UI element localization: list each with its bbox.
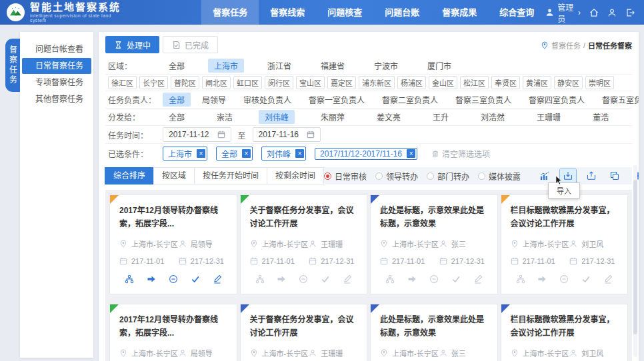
assignee-option-8[interactable]: 董浩: [587, 110, 615, 124]
suspend-icon[interactable]: [429, 274, 439, 284]
suspend-icon[interactable]: [299, 274, 308, 284]
distribute-icon[interactable]: [125, 274, 134, 284]
region-option-4[interactable]: 宁波市: [368, 59, 404, 73]
district-chip-1[interactable]: 长宁区: [139, 76, 168, 89]
task-card-5[interactable]: 关于督察任务分发事宜，会议讨论工作开展 上海市-长宁区 王珊珊 217-11-0…: [240, 304, 368, 361]
breadcrumb-root[interactable]: 督察任务: [551, 40, 581, 51]
home-icon[interactable]: [589, 8, 599, 17]
sort-tab-1[interactable]: 按区域: [153, 167, 195, 184]
approve-icon[interactable]: [191, 274, 200, 284]
task-card-4[interactable]: 2017年12月领导转办督察线索，拓展字段... 上海市-长宁区 局领导 217…: [109, 304, 237, 361]
assignee-option-5[interactable]: 王升: [427, 110, 455, 124]
owner-option-6[interactable]: 督察四室负责人: [523, 93, 591, 107]
district-chip-7[interactable]: 嘉定区: [327, 76, 356, 89]
clear-filters-button[interactable]: 清空筛选选项: [431, 148, 490, 159]
district-chip-9[interactable]: 杨浦区: [397, 76, 426, 89]
nav-item-0[interactable]: 督察任务: [201, 0, 259, 25]
edit-icon[interactable]: [473, 274, 483, 284]
district-chip-6[interactable]: 宝山区: [296, 76, 325, 89]
nav-item-1[interactable]: 督察线索: [259, 0, 316, 25]
owner-option-4[interactable]: 督察二室负责人: [376, 93, 444, 107]
district-chip-13[interactable]: 黄浦区: [523, 76, 551, 89]
logout-icon[interactable]: [625, 8, 635, 17]
owner-option-5[interactable]: 督察三室负责人: [449, 93, 517, 107]
forward-icon[interactable]: [537, 274, 547, 284]
district-chip-5[interactable]: 闵行区: [265, 76, 293, 89]
scrollbar-track[interactable]: [633, 165, 637, 357]
distribute-icon[interactable]: [516, 274, 525, 284]
task-card-0[interactable]: 2017年12月领导转办督察线索，拓展字段... 上海市-长宁区 局领导 217…: [109, 194, 237, 294]
close-icon[interactable]: ×: [407, 149, 415, 158]
sort-tab-0[interactable]: 综合排序: [105, 167, 154, 184]
region-option-2[interactable]: 浙江省: [261, 59, 297, 73]
district-chip-8[interactable]: 浦东新区: [359, 76, 395, 89]
owner-option-0[interactable]: 全部: [163, 93, 191, 107]
close-icon[interactable]: ×: [242, 149, 251, 158]
suspend-icon[interactable]: [559, 274, 569, 284]
district-chip-12[interactable]: 奉贤区: [491, 76, 520, 89]
region-option-5[interactable]: 厦门市: [421, 59, 457, 73]
nav-item-3[interactable]: 问题台账: [373, 0, 431, 25]
district-chip-2[interactable]: 普陀区: [171, 76, 199, 89]
sidebar-item-2[interactable]: 专项督察任务: [22, 75, 91, 91]
approve-icon[interactable]: [581, 274, 591, 284]
copy-icon[interactable]: [606, 169, 623, 183]
sort-tab-3[interactable]: 按剩余时间: [267, 167, 324, 184]
category-radio-0[interactable]: 日常审核: [324, 171, 367, 182]
edit-icon[interactable]: [603, 274, 613, 284]
region-option-1[interactable]: 上海市: [208, 59, 244, 73]
category-radio-3[interactable]: 媒体披露: [478, 171, 521, 182]
assignee-option-1[interactable]: 崇洁: [211, 110, 239, 124]
owner-option-7[interactable]: 督察五室负责人: [596, 93, 639, 107]
forward-icon[interactable]: [407, 274, 417, 284]
distribute-icon[interactable]: [255, 274, 265, 284]
tab-processing[interactable]: 处理中: [105, 36, 159, 53]
nav-item-2[interactable]: 问题核查: [316, 0, 373, 25]
distribute-icon[interactable]: [385, 274, 395, 284]
owner-option-3[interactable]: 督察一室负责人: [303, 93, 371, 107]
owner-option-2[interactable]: 审核处负责人: [237, 93, 297, 107]
suspend-icon[interactable]: [169, 274, 178, 284]
close-icon[interactable]: ×: [295, 149, 304, 158]
district-chip-3[interactable]: 闸北区: [202, 76, 231, 89]
assignee-option-3[interactable]: 朱丽萍: [315, 110, 351, 124]
sidebar-group-tab[interactable]: 督察任务: [5, 39, 20, 92]
scrollbar-thumb[interactable]: [633, 180, 637, 334]
category-radio-1[interactable]: 领导转办: [375, 171, 418, 182]
approve-icon[interactable]: [451, 274, 461, 284]
region-option-0[interactable]: 全部: [163, 59, 191, 73]
district-chip-14[interactable]: 静安区: [554, 76, 583, 89]
district-chip-4[interactable]: 虹口区: [233, 76, 262, 89]
forward-icon[interactable]: [277, 274, 286, 284]
region-option-3[interactable]: 福建省: [315, 59, 351, 73]
task-card-2[interactable]: 此处是标题，示意效果此处是标题，示意效果 上海市-长宁区 张三 217-11-0…: [370, 194, 498, 294]
owner-option-1[interactable]: 局领导: [196, 93, 232, 107]
assignee-option-4[interactable]: 姜文亮: [371, 110, 407, 124]
district-chip-10[interactable]: 金山区: [429, 76, 457, 89]
sidebar-item-3[interactable]: 其他督察任务: [22, 91, 91, 107]
district-chip-0[interactable]: 徐汇区: [108, 76, 137, 89]
date-to-input[interactable]: 2017-11-16: [253, 127, 321, 142]
tab-done[interactable]: 已完成: [163, 36, 218, 53]
sort-tab-2[interactable]: 按任务开始时间: [194, 167, 267, 184]
category-radio-2[interactable]: 部门转办: [427, 171, 469, 182]
sidebar-item-1[interactable]: 日常督察任务: [22, 58, 91, 74]
forward-icon[interactable]: [147, 274, 156, 284]
close-icon[interactable]: ×: [197, 149, 205, 158]
date-from-input[interactable]: 2017-11-12: [163, 127, 231, 142]
task-card-1[interactable]: 关于督察任务分发事宜，会议讨论工作开展 上海市-长宁区 王珊珊 217-11-0…: [240, 194, 368, 294]
district-chip-11[interactable]: 松江区: [460, 76, 489, 89]
assignee-option-0[interactable]: 全部: [163, 110, 191, 124]
edit-icon[interactable]: [213, 274, 222, 284]
assignee-option-7[interactable]: 王珊珊: [531, 110, 567, 124]
task-card-3[interactable]: 栏目标题微软雅黑分发事宜，会议讨论工作开展 上海市-长宁区 刘卫风 217-11…: [501, 194, 629, 294]
user-menu[interactable]: 管理员›: [545, 1, 581, 24]
export-icon[interactable]: [583, 169, 600, 183]
nav-item-4[interactable]: 督察成果: [431, 0, 488, 25]
nav-item-5[interactable]: 综合查询: [488, 0, 545, 25]
assignee-option-2[interactable]: 刘伟峰: [259, 110, 295, 124]
edit-icon[interactable]: [343, 274, 352, 284]
profile-icon[interactable]: [607, 8, 617, 17]
district-chip-15[interactable]: 崇明区: [585, 76, 614, 89]
task-card-7[interactable]: 栏目标题微软雅黑分发事宜，会议讨论工作开展 上海市-长宁区 刘卫风 217-11…: [501, 304, 629, 361]
